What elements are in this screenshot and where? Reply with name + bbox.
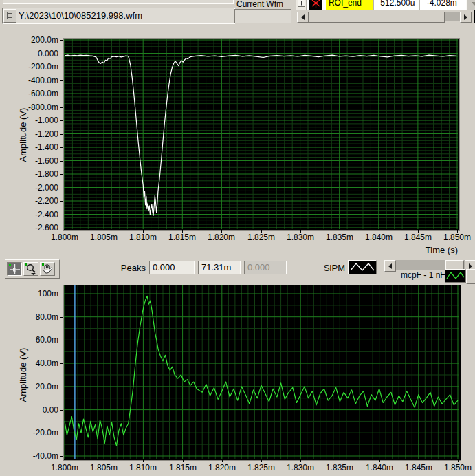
- y-tick-label: -2.400: [4, 210, 58, 219]
- x-tick-label: 1.800m: [45, 232, 84, 242]
- y-tick-label: -1.000: [4, 116, 58, 125]
- y-tick-mark: [60, 134, 63, 135]
- x-tick-mark: [418, 230, 419, 233]
- cursor-crosshair-icon[interactable]: [309, 0, 322, 10]
- clipped-top-field: [3, 0, 234, 4]
- x-tick-label: 1.810m: [124, 232, 162, 242]
- y-tick-label: -800.0m: [4, 102, 58, 112]
- peak-value-3-disabled: 0.000: [244, 261, 287, 274]
- y-tick-mark: [60, 340, 63, 340]
- y-tick-mark: [60, 188, 63, 188]
- x-tick-label: 1.830m: [281, 232, 320, 242]
- y-tick-label: 100m: [4, 289, 58, 299]
- y-tick-label: 0.000: [4, 49, 58, 58]
- cursor-y-value[interactable]: -4.028m: [423, 0, 463, 10]
- y-tick-label: 0.00: [4, 405, 58, 415]
- x-tick-label: 1.850m: [439, 463, 475, 473]
- x-tick-label: 1.835m: [320, 232, 359, 242]
- peak-value-1[interactable]: 0.000: [149, 261, 195, 274]
- x-tick-label: 1.810m: [124, 463, 162, 473]
- x-tick-mark: [222, 459, 223, 462]
- bottom-waveform-svg: [64, 285, 459, 459]
- mcp-waveform-icon: [445, 270, 465, 282]
- scroll-right-button[interactable]: [460, 12, 472, 23]
- cursor-x-value[interactable]: 512.500u: [377, 0, 420, 10]
- dropdown-arrow-icon: [472, 2, 475, 6]
- x-tick-label: 1.840m: [360, 232, 398, 242]
- y-tick-mark: [60, 201, 63, 202]
- top-waveform-svg: [64, 39, 458, 229]
- x-tick-mark: [379, 230, 379, 233]
- y-tick-label: -200.0m: [4, 62, 58, 72]
- y-tick-mark: [60, 387, 63, 387]
- path-type-icon[interactable]: [3, 9, 16, 23]
- x-tick-mark: [419, 459, 419, 462]
- x-tick-label: 1.820m: [202, 232, 241, 242]
- x-tick-label: 1.835m: [320, 463, 359, 473]
- current-wfm-box: [234, 9, 291, 23]
- graph-palette: [5, 259, 60, 279]
- y-tick-mark: [60, 161, 63, 162]
- bottom-plot-legend-label: mcpF - 1 nF: [401, 270, 443, 280]
- top-x-axis-label: Time (s): [399, 246, 458, 255]
- cursor-dropdown-button: [466, 0, 475, 10]
- x-tick-mark: [340, 459, 340, 462]
- x-tick-mark: [104, 230, 104, 233]
- x-tick-label: 1.800m: [45, 463, 84, 473]
- sipm-plot-legend-icon[interactable]: [348, 260, 377, 274]
- y-tick-label: -1.600: [4, 156, 58, 166]
- y-tick-label: 60.0m: [4, 335, 58, 345]
- x-tick-mark: [65, 459, 65, 462]
- y-tick-mark: [60, 228, 63, 228]
- x-tick-label: 1.830m: [281, 463, 320, 473]
- x-tick-label: 1.815m: [163, 232, 201, 242]
- graph-scroll-left-button[interactable]: [384, 260, 396, 272]
- cursor-legend-scrollbar[interactable]: [297, 12, 470, 21]
- y-tick-label: -400.0m: [4, 76, 58, 85]
- x-tick-mark: [300, 459, 301, 462]
- scroll-thumb[interactable]: [309, 12, 445, 23]
- y-tick-label: 20.0m: [4, 382, 58, 391]
- top-waveform-plot[interactable]: [63, 38, 460, 231]
- bottom-plot-legend-icon[interactable]: [445, 269, 466, 283]
- y-tick-label: 200.0m: [4, 35, 58, 45]
- cursor-expand-icon[interactable]: [296, 0, 307, 10]
- y-tick-mark: [60, 317, 63, 318]
- x-tick-mark: [457, 230, 458, 233]
- x-tick-label: 1.820m: [203, 463, 241, 473]
- y-tick-mark: [60, 174, 63, 175]
- bottom-waveform-plot[interactable]: [63, 285, 461, 461]
- x-tick-label: 1.850m: [438, 232, 475, 242]
- sipm-waveform-icon: [349, 261, 376, 274]
- cursor-tool-button[interactable]: [7, 262, 22, 276]
- y-tick-mark: [60, 456, 63, 457]
- y-tick-label: -1.400: [4, 142, 58, 152]
- x-tick-mark: [340, 230, 340, 233]
- cursor-legend-row: ROI_end 512.500u -4.028m: [296, 0, 475, 10]
- x-tick-mark: [143, 230, 144, 233]
- x-tick-mark: [261, 459, 262, 462]
- sipm-label: SiPM: [313, 263, 345, 273]
- peak-value-2[interactable]: 71.31m: [198, 261, 241, 274]
- x-tick-label: 1.845m: [399, 232, 437, 242]
- y-tick-mark: [60, 40, 63, 41]
- y-tick-mark: [60, 363, 63, 364]
- x-tick-mark: [143, 459, 144, 462]
- x-tick-mark: [104, 459, 104, 462]
- x-tick-mark: [183, 459, 184, 462]
- path-text: Y:\2023\10\10\085219.998.wfm: [19, 10, 142, 21]
- y-tick-label: 80.0m: [4, 312, 58, 322]
- x-tick-mark: [182, 230, 183, 233]
- y-tick-mark: [60, 94, 63, 94]
- path-glyph-icon: [4, 10, 16, 22]
- legend-spacer: [466, 269, 475, 284]
- y-tick-mark: [60, 147, 63, 148]
- wfm-path-field[interactable]: Y:\2023\10\10\085219.998.wfm: [2, 8, 235, 24]
- scroll-left-button[interactable]: [297, 12, 309, 23]
- zoom-tool-button[interactable]: [23, 262, 38, 276]
- x-tick-label: 1.805m: [85, 463, 123, 473]
- pan-tool-button[interactable]: [40, 262, 55, 276]
- x-tick-mark: [379, 459, 380, 462]
- cursor-name-cell[interactable]: ROI_end: [326, 0, 374, 10]
- bottom-y-axis-label: Amplitude (V): [18, 348, 28, 402]
